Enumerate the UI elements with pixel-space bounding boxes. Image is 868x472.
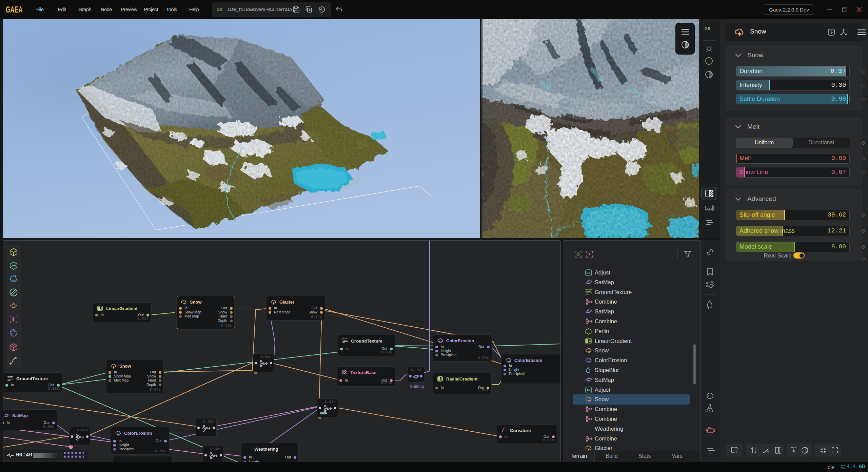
svg-text:10: 10 [842,465,845,467]
svg-text:FX: FX [587,389,591,392]
svg-text:FX: FX [587,271,591,275]
svg-text:01: 01 [842,467,845,469]
